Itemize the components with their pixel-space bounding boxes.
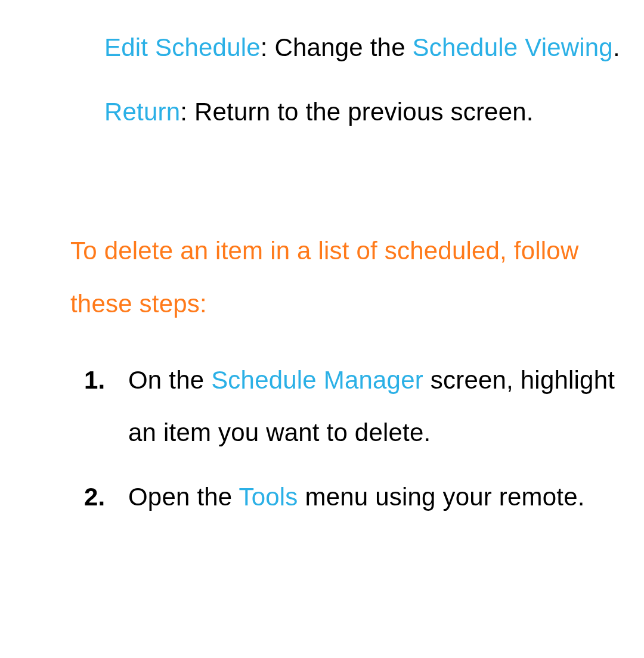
document-page: Edit Schedule: Change the Schedule Viewi… bbox=[0, 0, 644, 559]
step-2: 2. Open the Tools menu using your remote… bbox=[104, 471, 620, 523]
def-text: : Change the bbox=[261, 33, 413, 61]
def-text-post: . bbox=[613, 33, 620, 61]
step-text-pre: On the bbox=[128, 366, 211, 394]
step-number: 1. bbox=[84, 354, 105, 406]
steps-list: 1. On the Schedule Manager screen, highl… bbox=[104, 354, 620, 524]
step-text-pre: Open the bbox=[128, 483, 239, 511]
step-number: 2. bbox=[84, 471, 105, 523]
definition-edit-schedule: Edit Schedule: Change the Schedule Viewi… bbox=[104, 21, 620, 74]
term-edit-schedule: Edit Schedule bbox=[104, 33, 261, 61]
section-heading: To delete an item in a list of scheduled… bbox=[70, 225, 614, 330]
link-schedule-manager: Schedule Manager bbox=[211, 366, 423, 394]
step-text-post: menu using your remote. bbox=[298, 483, 585, 511]
link-schedule-viewing: Schedule Viewing bbox=[413, 33, 613, 61]
link-tools: Tools bbox=[239, 483, 298, 511]
term-return: Return bbox=[104, 98, 180, 126]
def-text: : Return to the previous screen. bbox=[180, 98, 533, 126]
definition-return: Return: Return to the previous screen. bbox=[104, 86, 620, 138]
step-1: 1. On the Schedule Manager screen, highl… bbox=[104, 354, 620, 459]
